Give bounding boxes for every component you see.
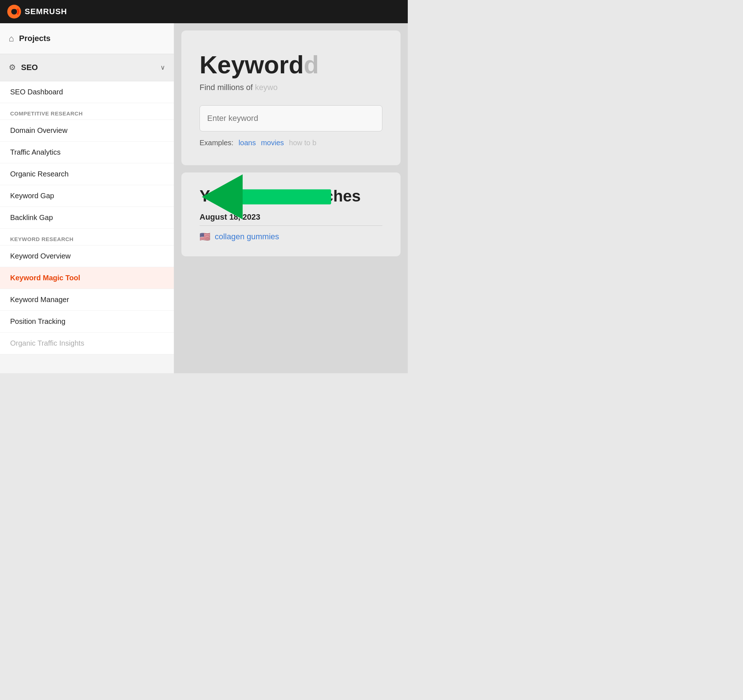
sidebar: ⌂ Projects ⚙ SEO ∨ SEO Dashboard COMPETI…	[0, 23, 174, 373]
divider	[200, 225, 382, 226]
flag-icon: 🇺🇸	[200, 231, 210, 242]
chevron-down-icon: ∨	[160, 64, 165, 71]
sidebar-item-keyword-overview[interactable]: Keyword Overview	[0, 245, 174, 267]
sidebar-item-position-tracking[interactable]: Position Tracking	[0, 311, 174, 332]
recent-search-item[interactable]: 🇺🇸 collagen gummies	[200, 231, 382, 242]
example-movies[interactable]: movies	[261, 139, 284, 147]
top-bar: SEMRUSH	[0, 0, 408, 23]
content-title: Keywordd	[200, 52, 382, 77]
keyword-input[interactable]	[200, 105, 382, 131]
sidebar-item-projects[interactable]: ⌂ Projects	[0, 23, 174, 54]
sidebar-item-backlink-gap[interactable]: Backlink Gap	[0, 207, 174, 229]
example-how-to[interactable]: how to b	[289, 139, 317, 147]
svg-point-1	[11, 9, 17, 15]
example-loans[interactable]: loans	[238, 139, 256, 147]
main-layout: ⌂ Projects ⚙ SEO ∨ SEO Dashboard COMPETI…	[0, 23, 408, 373]
sidebar-item-keyword-gap[interactable]: Keyword Gap	[0, 185, 174, 207]
sidebar-item-domain-overview[interactable]: Domain Overview	[0, 120, 174, 142]
recent-search-term: collagen gummies	[215, 232, 279, 242]
recent-date-label: August 18, 2023	[200, 212, 382, 222]
sidebar-item-traffic-analytics[interactable]: Traffic Analytics	[0, 142, 174, 163]
seo-label: SEO	[21, 63, 155, 72]
sidebar-item-seo-dashboard[interactable]: SEO Dashboard	[0, 81, 174, 103]
examples-row: Examples: loans movies how to b	[200, 139, 382, 147]
semrush-logo-icon	[7, 5, 21, 19]
keyword-magic-tool-card: Keywordd Find millions of keywo Examples…	[181, 31, 401, 165]
keyword-research-section-label: KEYWORD RESEARCH	[0, 229, 174, 245]
content-area: Keywordd Find millions of keywo Examples…	[174, 23, 408, 373]
title-text: Keyword	[200, 51, 303, 79]
examples-label: Examples:	[200, 139, 233, 147]
sidebar-item-keyword-magic-tool[interactable]: Keyword Magic Tool	[0, 267, 174, 289]
recent-searches-card: Your recent searches August 18, 2023 🇺🇸 …	[181, 172, 401, 256]
content-subtitle: Find millions of keywo	[200, 83, 382, 92]
logo-text: SEMRUSH	[25, 7, 67, 16]
recent-searches-title: Your recent searches	[200, 187, 382, 205]
projects-label: Projects	[19, 34, 51, 43]
competitive-research-section-label: COMPETITIVE RESEARCH	[0, 103, 174, 120]
home-icon: ⌂	[9, 33, 14, 44]
logo-area: SEMRUSH	[7, 5, 67, 19]
title-faded: d	[303, 51, 319, 79]
sidebar-item-keyword-manager[interactable]: Keyword Manager	[0, 289, 174, 311]
sidebar-item-organic-research[interactable]: Organic Research	[0, 163, 174, 185]
sidebar-seo-section[interactable]: ⚙ SEO ∨	[0, 54, 174, 81]
sidebar-item-organic-traffic-insights: Organic Traffic Insights	[0, 332, 174, 354]
seo-icon: ⚙	[9, 63, 16, 72]
